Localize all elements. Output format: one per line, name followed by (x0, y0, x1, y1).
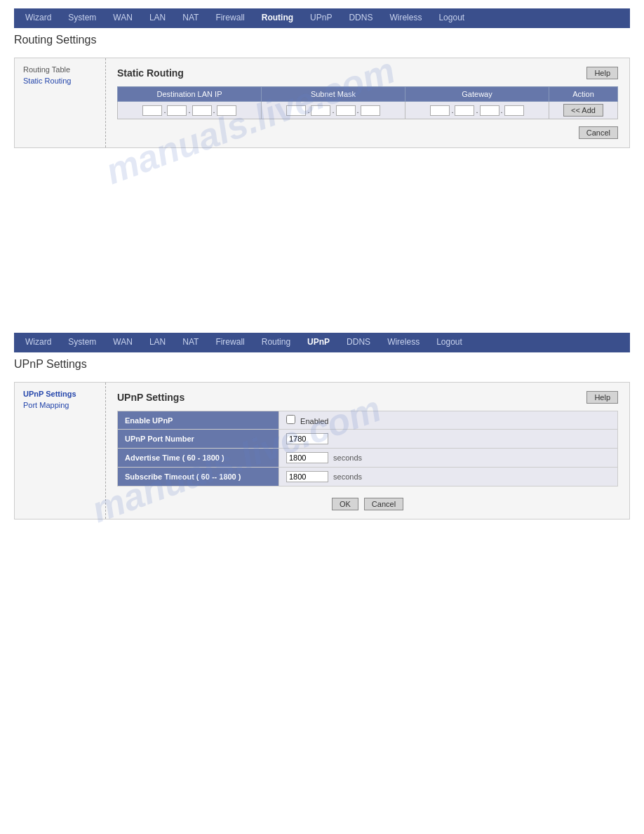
routing-page: Wizard System WAN LAN NAT Firewall Routi… (0, 0, 644, 303)
advertise-time-value: seconds (279, 449, 618, 468)
upnp-nav-bar: Wizard System WAN LAN NAT Firewall Routi… (14, 333, 630, 351)
upnp-section-header: UPnP Settings Help (117, 391, 618, 404)
port-number-value (279, 430, 618, 449)
subnet-mask-cell: . . . (262, 102, 405, 119)
upnp-nav-logout[interactable]: Logout (434, 336, 465, 348)
upnp-sidebar-settings-link[interactable]: UPnP Settings (23, 390, 97, 398)
col-dest-lan-ip: Destination LAN IP (118, 87, 262, 102)
upnp-section-title: UPnP Settings (117, 392, 185, 403)
nav-wan[interactable]: WAN (110, 11, 135, 24)
gateway-inputs: . . . (410, 105, 544, 116)
enable-upnp-value: Enabled (279, 411, 618, 430)
nav-upnp[interactable]: UPnP (307, 11, 335, 24)
upnp-page-title: UPnP Settings (14, 358, 630, 371)
upnp-nav-system[interactable]: System (65, 336, 99, 348)
col-action: Action (549, 87, 618, 102)
upnp-sidebar-portmapping-link[interactable]: Port Mapping (23, 401, 97, 409)
upnp-nav-wizard[interactable]: Wizard (22, 336, 54, 348)
upnp-page: Wizard System WAN LAN NAT Firewall Routi… (0, 324, 644, 628)
nav-wizard[interactable]: Wizard (22, 11, 54, 24)
routing-help-button[interactable]: Help (586, 67, 618, 79)
dest-ip-2[interactable] (167, 105, 187, 116)
routing-sidebar: Routing Table Static Routing (15, 58, 106, 147)
routing-section-title: Static Routing (117, 67, 184, 79)
upnp-nav-wan[interactable]: WAN (110, 336, 135, 348)
advertise-time-input[interactable] (286, 452, 328, 463)
upnp-nav-nat[interactable]: NAT (180, 336, 201, 348)
upnp-nav-routing[interactable]: Routing (259, 336, 293, 348)
dest-ip-3[interactable] (192, 105, 212, 116)
subscribe-timeout-row: Subscribe Timeout ( 60 -- 1800 ) seconds (118, 468, 618, 486)
enable-upnp-checkbox[interactable] (286, 415, 295, 424)
upnp-cancel-button[interactable]: Cancel (364, 498, 403, 510)
col-subnet-mask: Subnet Mask (262, 87, 405, 102)
upnp-help-button[interactable]: Help (586, 391, 618, 404)
upnp-nav-firewall[interactable]: Firewall (213, 336, 247, 348)
upnp-ok-button[interactable]: OK (332, 498, 358, 510)
nav-wireless[interactable]: Wireless (387, 11, 424, 24)
enable-upnp-label: Enable UPnP (118, 411, 279, 430)
routing-page-title: Routing Settings (14, 34, 630, 46)
dest-ip-4[interactable] (217, 105, 236, 116)
upnp-settings-table: Enable UPnP Enabled UPnP Port Number (117, 411, 618, 486)
subscribe-timeout-value: seconds (279, 468, 618, 486)
port-number-input[interactable] (286, 433, 328, 444)
upnp-nav-ddns[interactable]: DDNS (344, 336, 373, 348)
routing-content-wrapper: Routing Table Static Routing Static Rout… (14, 58, 630, 148)
advertise-time-label: Advertise Time ( 60 - 1800 ) (118, 449, 279, 468)
upnp-main-content: UPnP Settings Help Enable UPnP Enabled (106, 383, 629, 519)
dest-ip-inputs: . . . (122, 105, 257, 116)
advertise-time-row: Advertise Time ( 60 - 1800 ) seconds (118, 449, 618, 468)
col-gateway: Gateway (405, 87, 549, 102)
routing-table: Destination LAN IP Subnet Mask Gateway A… (117, 86, 618, 119)
subscribe-timeout-label: Subscribe Timeout ( 60 -- 1800 ) (118, 468, 279, 486)
upnp-section-container: manuals.live.com UPnP Settings Port Mapp… (14, 382, 630, 607)
routing-nav-bar: Wizard System WAN LAN NAT Firewall Routi… (14, 8, 630, 27)
upnp-content-wrapper: UPnP Settings Port Mapping UPnP Settings… (14, 382, 630, 519)
port-number-row: UPnP Port Number (118, 430, 618, 449)
dest-ip-1[interactable] (142, 105, 162, 116)
add-route-button[interactable]: << Add (563, 104, 603, 117)
enabled-label: Enabled (300, 417, 328, 425)
advertise-time-seconds: seconds (333, 454, 362, 462)
routing-sidebar-link[interactable]: Static Routing (23, 77, 97, 85)
nav-nat[interactable]: NAT (180, 11, 201, 24)
routing-cancel-button[interactable]: Cancel (579, 126, 618, 139)
subnet-3[interactable] (336, 105, 356, 116)
nav-firewall[interactable]: Firewall (213, 11, 247, 24)
routing-sidebar-label: Routing Table (23, 65, 97, 74)
subnet-inputs: . . . (266, 105, 401, 116)
upnp-nav-lan[interactable]: LAN (147, 336, 168, 348)
action-cell: << Add (549, 102, 618, 119)
routing-btn-row: Cancel (117, 126, 618, 139)
enable-upnp-row: Enable UPnP Enabled (118, 411, 618, 430)
routing-table-row: . . . (118, 102, 618, 119)
subnet-1[interactable] (286, 105, 306, 116)
routing-section-header: Static Routing Help (117, 67, 618, 79)
subscribe-timeout-input[interactable] (286, 471, 328, 482)
gateway-2[interactable] (455, 105, 474, 116)
gateway-1[interactable] (430, 105, 450, 116)
subscribe-timeout-seconds: seconds (333, 472, 362, 481)
gateway-cell: . . . (405, 102, 549, 119)
gateway-3[interactable] (480, 105, 499, 116)
upnp-sidebar: UPnP Settings Port Mapping (15, 383, 106, 519)
nav-routing[interactable]: Routing (259, 11, 296, 24)
gateway-4[interactable] (504, 105, 524, 116)
upnp-nav-wireless[interactable]: Wireless (384, 336, 422, 348)
routing-main-content: Static Routing Help Destination LAN IP S… (106, 58, 629, 147)
nav-ddns[interactable]: DDNS (346, 11, 375, 24)
upnp-btn-row: OK Cancel (117, 498, 618, 510)
upnp-nav-upnp[interactable]: UPnP (304, 336, 333, 348)
routing-section-container: manuals.live.com Routing Table Static Ro… (14, 58, 630, 282)
nav-lan[interactable]: LAN (147, 11, 168, 24)
nav-system[interactable]: System (65, 11, 99, 24)
subnet-4[interactable] (361, 105, 380, 116)
port-number-label: UPnP Port Number (118, 430, 279, 449)
nav-logout[interactable]: Logout (436, 11, 467, 24)
dest-ip-cell: . . . (118, 102, 262, 119)
subnet-2[interactable] (311, 105, 330, 116)
